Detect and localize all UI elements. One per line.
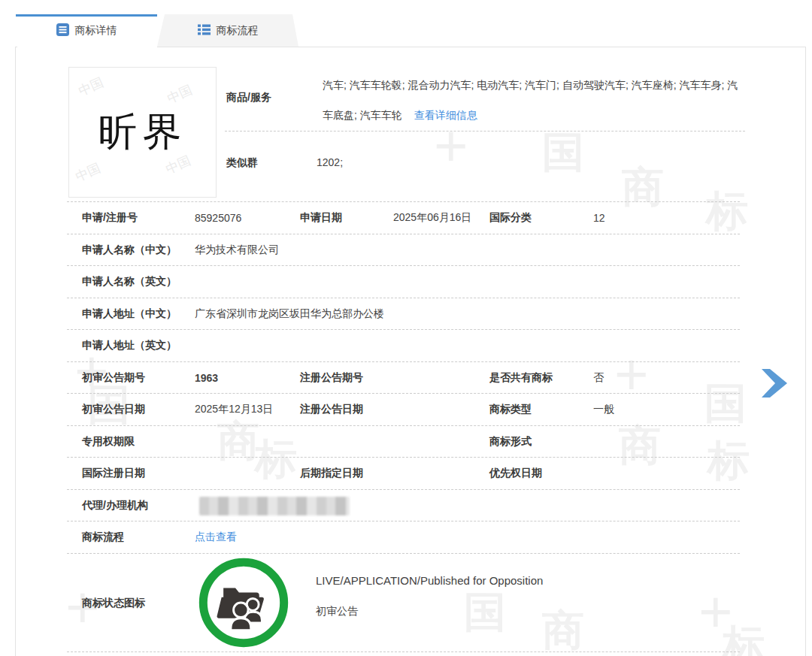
field-label: 专用权期限 (82, 426, 135, 458)
field-label: 初审公告日期 (82, 394, 145, 426)
field-label: 申请人地址（中文） (82, 298, 177, 331)
field-label: 是否共有商标 (489, 362, 553, 395)
tab-trademark-process[interactable]: 商标流程 (157, 14, 298, 47)
tab-label: 商标流程 (217, 24, 259, 38)
field-value: 否 (593, 362, 604, 395)
field-label: 代理/办理机构 (82, 490, 148, 522)
process-list-icon (198, 23, 217, 38)
field-label: 申请日期 (300, 202, 342, 234)
field-label: 申请人地址（英文） (82, 330, 177, 362)
view-details-link[interactable]: 查看详细信息 (414, 109, 477, 121)
status-text-cn: 初审公告 (316, 605, 358, 618)
table-row: 申请人地址（中文） 广东省深圳市龙岗区坂田华为总部办公楼 (16, 298, 805, 331)
tab-bar: 商标详情 商标流程 (16, 14, 298, 47)
field-label: 商标流程 (82, 521, 124, 554)
table-row: 申请人地址（英文） (16, 330, 805, 362)
mark-summary-section: 中国 中国 中国 中国 昕界 商品/服务 汽车; 汽车车轮毂; 混合动力汽车; … (16, 47, 805, 202)
field-label: 优先权日期 (489, 458, 542, 490)
field-label: 初审公告期号 (82, 362, 145, 395)
next-arrow-button[interactable] (761, 365, 788, 401)
field-label: 商标类型 (489, 394, 532, 426)
active-tab-accent-bar (16, 14, 157, 17)
field-value: 12 (593, 202, 605, 234)
table-row: 申请/注册号 85925076 申请日期 2025年06月16日 国际分类 12 (16, 202, 805, 234)
goods-services-value: 汽车; 汽车车轮毂; 混合动力汽车; 电动汽车; 汽车门; 自动驾驶汽车; 汽车… (323, 70, 747, 130)
field-label: 申请人名称（中文） (82, 234, 177, 267)
tab-trademark-detail[interactable]: 商标详情 (16, 14, 157, 47)
field-label: 国际分类 (489, 202, 532, 234)
divider (225, 131, 745, 132)
image-watermark-stamp: 中国 (165, 81, 195, 107)
image-watermark-stamp: 中国 (73, 159, 103, 186)
trademark-image: 中国 中国 中国 中国 昕界 (68, 67, 217, 198)
table-row-agency: 代理/办理机构 (16, 490, 805, 522)
field-value: 2025年12月13日 (195, 394, 273, 426)
status-text-en: LIVE/APPLICATION/Published for Oppositio… (316, 574, 543, 587)
table-row: 国际注册日期 后期指定日期 优先权日期 (16, 458, 805, 490)
field-value: 1963 (195, 362, 218, 395)
field-value: 85925076 (195, 202, 241, 234)
field-label: 商标形式 (489, 426, 532, 458)
detail-list-icon (56, 23, 75, 38)
trademark-detail-page: 商标详情 商标流程 + 国 商 标 + 国 商 标 (0, 0, 812, 656)
trademark-name-text: 昕界 (98, 106, 187, 159)
field-label: 注册公告日期 (300, 394, 363, 426)
goods-services-label: 商品/服务 (226, 91, 271, 104)
similar-group-label: 类似群 (226, 156, 258, 170)
table-row: 专用权期限 商标形式 (16, 426, 805, 458)
active-tab-merge (17, 46, 157, 48)
field-value: 广东省深圳市龙岗区坂田华为总部办公楼 (195, 298, 384, 331)
tab-label: 商标详情 (75, 24, 117, 38)
field-value: 2025年06月16日 (393, 202, 471, 234)
trademark-status-icon (198, 557, 289, 651)
detail-panel: + 国 商 标 + 国 商 标 + 国 商 标 + 国 商 + 标 中国 中国 … (15, 47, 806, 656)
table-row: 申请人名称（中文） 华为技术有限公司 (16, 234, 805, 267)
field-label: 注册公告期号 (300, 362, 363, 395)
field-value: 一般 (593, 394, 614, 426)
image-watermark-stamp: 中国 (76, 74, 106, 100)
field-label: 申请人名称（英文） (82, 266, 177, 298)
table-row: 初审公告日期 2025年12月13日 注册公告日期 商标类型 一般 (16, 394, 805, 426)
agency-redacted-value (199, 497, 350, 515)
trademark-status-row: 商标状态图标 LIVE/APPLICATION/Published for Op… (16, 554, 805, 652)
table-row: 申请人名称（英文） (16, 266, 805, 298)
field-value: 华为技术有限公司 (195, 234, 279, 267)
field-label: 后期指定日期 (300, 458, 363, 490)
table-row-process: 商标流程 点击查看 (16, 521, 805, 554)
status-icon-label: 商标状态图标 (82, 597, 145, 610)
click-to-view-link[interactable]: 点击查看 (195, 521, 237, 554)
field-label: 申请/注册号 (82, 202, 138, 234)
field-label: 国际注册日期 (82, 458, 145, 490)
table-row: 初审公告期号 1963 注册公告期号 是否共有商标 否 (16, 362, 805, 395)
similar-group-value: 1202; (317, 156, 343, 168)
